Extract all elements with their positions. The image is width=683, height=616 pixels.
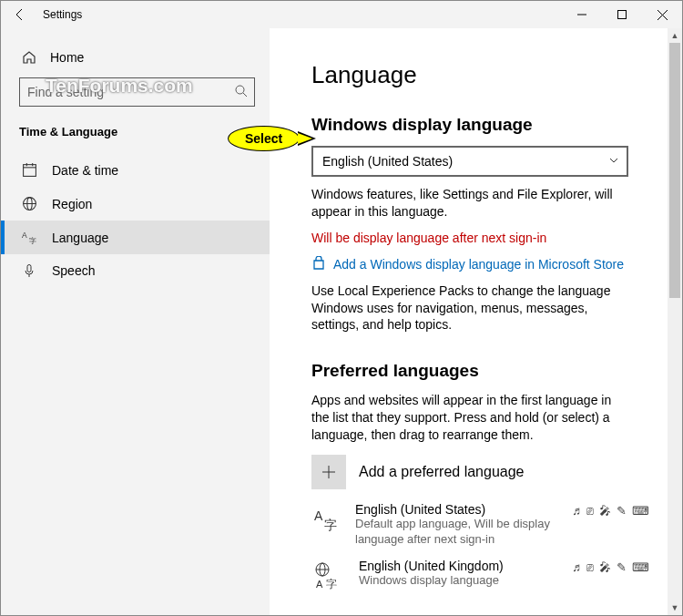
sidebar-item-language[interactable]: A字 Language — [1, 221, 270, 254]
callout-label: Select — [228, 126, 300, 151]
language-sub: Default app language, Will be display la… — [355, 517, 559, 548]
tts-icon: ♬ — [572, 560, 581, 574]
keyboard-icon: ⌨︎ — [632, 560, 649, 574]
back-button[interactable] — [1, 1, 39, 28]
svg-text:字: 字 — [324, 518, 337, 532]
language-item[interactable]: A字 English (United States) Default app l… — [311, 502, 649, 548]
select-callout: Select — [228, 126, 316, 151]
page-title: Language — [311, 61, 649, 89]
globe-icon — [21, 196, 37, 211]
language-az-icon: A字 — [21, 230, 37, 245]
svg-rect-6 — [23, 165, 36, 177]
plus-icon — [311, 455, 346, 489]
store-icon — [311, 256, 326, 273]
search-placeholder: Find a setting — [27, 85, 234, 99]
sidebar-item-date-time[interactable]: Date & time — [1, 153, 270, 187]
svg-rect-1 — [618, 11, 627, 19]
sidebar-item-region[interactable]: Region — [1, 187, 270, 221]
sidebar-item-label: Language — [52, 231, 108, 245]
svg-text:字: 字 — [326, 578, 337, 590]
tts-icon: ♬ — [572, 504, 581, 518]
maximize-button[interactable] — [602, 1, 642, 28]
search-icon — [234, 84, 249, 101]
close-button[interactable] — [642, 1, 682, 28]
display-language-desc: Windows features, like Settings and File… — [311, 186, 621, 221]
language-item[interactable]: A字 English (United Kingdom) Windows disp… — [311, 559, 649, 593]
preferred-desc: Apps and websites will appear in the fir… — [311, 392, 621, 444]
speech-rec-icon: 🎤︎ — [599, 504, 611, 518]
language-name: English (United States) — [355, 502, 559, 517]
clock-icon — [21, 162, 37, 178]
add-language-button[interactable]: Add a preferred language — [311, 455, 649, 489]
display-language-dropdown[interactable]: English (United States) — [311, 146, 628, 177]
scroll-down-icon[interactable]: ▼ — [668, 601, 682, 615]
svg-text:A: A — [314, 508, 323, 523]
language-char-globe-icon: A字 — [311, 559, 346, 593]
svg-text:A: A — [316, 579, 323, 590]
packs-desc: Use Local Experience Packs to change the… — [311, 282, 621, 334]
scroll-up-icon[interactable]: ▲ — [668, 28, 682, 43]
language-features: ♬ ⎚ 🎤︎ ✎ ⌨︎ — [572, 502, 649, 548]
dropdown-value: English (United States) — [322, 154, 453, 169]
minimize-button[interactable] — [562, 1, 602, 28]
store-link-label: Add a Windows display language in Micros… — [333, 257, 624, 272]
home-nav[interactable]: Home — [1, 43, 270, 72]
store-link[interactable]: Add a Windows display language in Micros… — [311, 256, 649, 273]
sidebar-item-speech[interactable]: Speech — [1, 254, 270, 287]
svg-text:字: 字 — [28, 237, 36, 245]
speech-rec-icon: 🎤︎ — [599, 560, 611, 574]
display-icon: ⎚ — [586, 560, 594, 574]
sidebar-item-label: Date & time — [52, 163, 118, 178]
search-input[interactable]: Find a setting — [19, 77, 255, 107]
language-name: English (United Kingdom) — [359, 559, 504, 573]
handwriting-icon: ✎ — [617, 504, 627, 518]
mic-icon — [21, 263, 37, 278]
callout-tail — [298, 131, 316, 146]
svg-rect-15 — [27, 265, 31, 272]
language-features: ♬ ⎚ 🎤︎ ✎ ⌨︎ — [572, 559, 649, 593]
window-title: Settings — [39, 8, 82, 21]
settings-window: Settings Home Find a setting — [0, 0, 683, 616]
handwriting-icon: ✎ — [617, 560, 627, 574]
home-icon — [21, 50, 37, 65]
preferred-languages-heading: Preferred languages — [311, 361, 649, 381]
display-icon: ⎚ — [586, 504, 594, 518]
sidebar: Home Find a setting Time & Language Date… — [1, 28, 270, 615]
scrollbar[interactable]: ▲ ▼ — [668, 28, 682, 615]
svg-line-5 — [243, 93, 247, 97]
display-language-warning: Will be display language after next sign… — [311, 230, 621, 247]
main-panel: Language Windows display language Englis… — [270, 28, 682, 615]
display-language-heading: Windows display language — [311, 115, 649, 135]
language-char-icon: A字 — [311, 502, 342, 537]
home-label: Home — [50, 50, 84, 65]
sidebar-item-label: Speech — [52, 263, 95, 278]
scroll-thumb[interactable] — [669, 43, 680, 298]
language-sub: Windows display language — [359, 573, 504, 589]
svg-point-4 — [236, 86, 244, 94]
keyboard-icon: ⌨︎ — [632, 504, 649, 518]
svg-text:A: A — [22, 231, 27, 240]
chevron-down-icon — [608, 154, 619, 169]
add-language-label: Add a preferred language — [359, 464, 524, 480]
titlebar: Settings — [1, 1, 682, 28]
scroll-track[interactable] — [668, 43, 682, 601]
sidebar-item-label: Region — [52, 197, 92, 211]
